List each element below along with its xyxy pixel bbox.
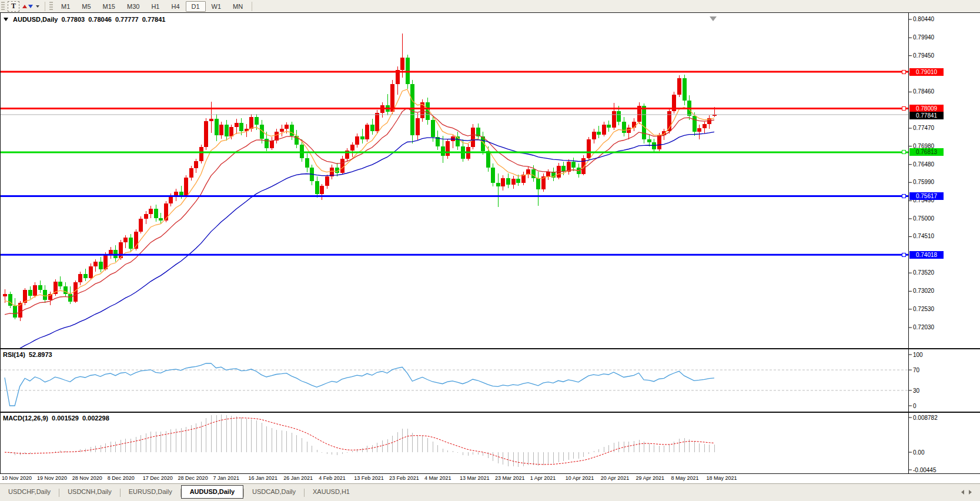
down-arrow-icon — [28, 5, 33, 8]
price-tick-label: 0.72030 — [913, 324, 954, 330]
tab-xauusd[interactable]: XAUUSD,H1 — [305, 486, 358, 498]
timeframe-button-d1[interactable]: D1 — [186, 1, 206, 12]
ma-slow-line — [5, 132, 714, 348]
date-tick-label: 10 Nov 2020 — [2, 475, 32, 481]
tab-eurusd[interactable]: EURUSD,Daily — [121, 486, 180, 498]
date-tick-label: 26 Jan 2021 — [283, 475, 313, 481]
date-tick-label: 4 Mar 2021 — [424, 475, 451, 481]
timeframe-button-h1[interactable]: H1 — [145, 1, 165, 12]
date-tick-label: 10 Apr 2021 — [566, 475, 594, 481]
rsi-tick-label: 0 — [913, 403, 954, 409]
level-endpoint-marker[interactable] — [902, 253, 906, 257]
toolbar-grip[interactable] — [49, 2, 53, 11]
up-arrow-icon — [22, 5, 27, 8]
date-tick-label: 1 Apr 2021 — [530, 475, 556, 481]
level-endpoint-marker[interactable] — [902, 106, 906, 111]
level-price-badge: 0.79010 — [909, 68, 944, 76]
date-tick-label: 23 Mar 2021 — [495, 475, 525, 481]
macd-name: MACD(12,26,9) — [3, 415, 48, 422]
timeframe-button-w1[interactable]: W1 — [206, 1, 228, 12]
rsi-tick-label: 70 — [913, 367, 954, 373]
price-tick-label: 0.75990 — [913, 179, 954, 185]
tab-usdchf[interactable]: USDCHF,Daily — [0, 486, 59, 498]
date-tick-label: 7 Jan 2021 — [213, 475, 240, 481]
date-tick-label: 13 Mar 2021 — [460, 475, 490, 481]
date-tick-label: 20 Apr 2021 — [601, 475, 630, 481]
timeframe-button-group: M1M5M15M30H1H4D1W1MN — [55, 1, 249, 12]
price-tick-label: 0.78460 — [913, 88, 954, 95]
price-tick-label: 0.80440 — [913, 16, 954, 22]
tab-scroll-right-icon[interactable] — [969, 490, 972, 495]
date-tick-label: 13 Feb 2021 — [354, 475, 384, 481]
tab-scroll-left-icon[interactable] — [961, 490, 964, 495]
chart-shift-icon[interactable] — [710, 16, 717, 21]
timeframe-button-h4[interactable]: H4 — [165, 1, 185, 12]
date-tick-label: 28 Dec 2020 — [178, 475, 208, 481]
ohlc-close: 0.77841 — [142, 16, 166, 23]
macd-label: MACD(12,26,9) 0.001529 0.002298 — [3, 415, 109, 422]
macd-tick-label: 0.00 — [913, 449, 954, 456]
current-price-badge: 0.77841 — [909, 112, 944, 119]
date-tick-label: 8 May 2021 — [671, 475, 698, 481]
level-endpoint-marker[interactable] — [902, 194, 906, 198]
chart-title: AUDUSD,Daily 0.77803 0.78046 0.77777 0.7… — [3, 16, 165, 23]
level-endpoint-marker[interactable] — [902, 70, 906, 74]
price-tick-label: 0.79940 — [913, 34, 954, 41]
macd-main-value: 0.001529 — [52, 415, 79, 422]
toolbar-separator — [45, 2, 45, 11]
candles-series — [3, 34, 717, 321]
arrows-tool-button[interactable] — [21, 1, 41, 12]
toolbar-grip[interactable] — [1, 2, 5, 11]
date-tick-label: 18 May 2021 — [706, 475, 737, 481]
rsi-tick-label: 100 — [913, 352, 954, 358]
tab-usdcad[interactable]: USDCAD,Daily — [244, 486, 304, 498]
price-tick-label: 0.76480 — [913, 161, 954, 168]
timeframe-button-m15[interactable]: M15 — [97, 1, 121, 12]
mt4-window: T M1M5M15M30H1H4D1W1MN AUDUSD,Daily 0.77… — [0, 0, 980, 501]
macd-histogram — [5, 415, 715, 467]
dropdown-caret-icon — [36, 5, 39, 8]
chart-tab-bar: USDCHF,DailyUSDCNH,DailyEURUSD,DailyAUDU… — [0, 483, 980, 501]
ohlc-open: 0.77803 — [61, 16, 85, 23]
rsi-value: 52.8973 — [29, 351, 52, 358]
level-price-badge: 0.75617 — [909, 192, 944, 200]
macd-signal-value: 0.002298 — [82, 415, 109, 422]
symbol-dropdown-icon[interactable] — [4, 18, 8, 21]
tab-scroll-nav — [961, 485, 980, 495]
macd-tick-label: 0.008782 — [913, 415, 954, 421]
text-label-tool-button[interactable]: T — [8, 1, 19, 12]
macd-panel[interactable]: MACD(12,26,9) 0.001529 0.002298 0.008782… — [0, 412, 980, 474]
timeframe-button-mn[interactable]: MN — [227, 1, 249, 12]
price-tick-label: 0.73020 — [913, 288, 954, 294]
chart-symbol: AUDUSD,Daily — [13, 16, 58, 23]
date-tick-label: 17 Dec 2020 — [143, 475, 173, 481]
macd-canvas[interactable] — [0, 413, 980, 473]
rsi-panel[interactable]: RSI(14) 52.8973 10070300 — [0, 348, 980, 412]
rsi-label: RSI(14) 52.8973 — [3, 351, 52, 358]
level-endpoint-marker[interactable] — [902, 150, 906, 154]
ma-mid-line — [5, 108, 714, 315]
price-tick-label: 0.75000 — [913, 215, 954, 222]
timeframe-button-m1[interactable]: M1 — [55, 1, 76, 12]
ohlc-low: 0.77777 — [115, 16, 139, 23]
price-chart-panel[interactable]: AUDUSD,Daily 0.77803 0.78046 0.77777 0.7… — [0, 13, 980, 348]
toolbar-separator — [252, 2, 252, 11]
rsi-name: RSI(14) — [3, 351, 25, 358]
price-tick-label: 0.79450 — [913, 52, 954, 59]
tab-usdcnh[interactable]: USDCNH,Daily — [59, 486, 120, 498]
tab-audusd[interactable]: AUDUSD,Daily — [181, 485, 243, 499]
level-price-badge: 0.76813 — [909, 148, 944, 156]
date-tick-label: 4 Feb 2021 — [319, 475, 346, 481]
date-axis[interactable]: 10 Nov 202019 Nov 202028 Nov 20208 Dec 2… — [0, 475, 980, 483]
rsi-canvas[interactable] — [0, 349, 980, 412]
price-chart-canvas[interactable] — [0, 13, 980, 348]
date-tick-label: 8 Dec 2020 — [108, 475, 135, 481]
level-price-badge: 0.74018 — [909, 251, 944, 259]
price-tick-label: 0.72530 — [913, 306, 954, 312]
macd-tick-label: -0.00445 — [913, 467, 954, 473]
macd-signal-line — [5, 418, 714, 465]
timeframe-button-m30[interactable]: M30 — [121, 1, 145, 12]
ohlc-high: 0.78046 — [88, 16, 112, 23]
ma-fast-line — [5, 89, 714, 306]
timeframe-button-m5[interactable]: M5 — [76, 1, 96, 12]
